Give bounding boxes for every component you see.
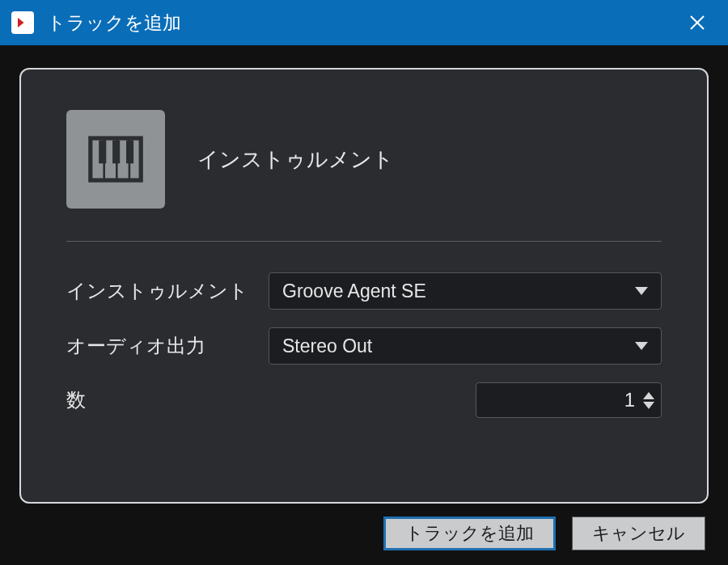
audio-output-dropdown[interactable]: Stereo Out xyxy=(269,327,662,365)
panel: インストゥルメント インストゥルメント Groove Agent SE オーディ… xyxy=(19,68,709,504)
titlebar: トラックを追加 xyxy=(0,0,728,45)
instrument-value: Groove Agent SE xyxy=(282,280,426,302)
divider xyxy=(66,241,662,242)
chevron-up-icon xyxy=(643,392,654,399)
app-icon xyxy=(11,11,34,34)
stepper-arrows[interactable] xyxy=(643,392,654,409)
instrument-label: インストゥルメント xyxy=(66,278,269,304)
panel-header: インストゥルメント xyxy=(66,110,662,241)
instrument-icon xyxy=(66,110,165,209)
field-audio-output: オーディオ出力 Stereo Out xyxy=(66,327,662,365)
panel-heading: インストゥルメント xyxy=(197,145,394,174)
count-label: 数 xyxy=(66,387,269,413)
window-title: トラックを追加 xyxy=(47,11,678,36)
dialog-footer: トラックを追加 キャンセル xyxy=(19,504,709,550)
field-instrument: インストゥルメント Groove Agent SE xyxy=(66,272,662,310)
svg-rect-9 xyxy=(126,141,133,164)
svg-rect-8 xyxy=(112,141,120,164)
field-count: 数 1 xyxy=(66,382,662,418)
svg-rect-7 xyxy=(99,141,106,164)
chevron-down-icon xyxy=(635,287,648,295)
chevron-down-icon xyxy=(635,342,648,350)
audio-output-label: オーディオ出力 xyxy=(66,333,269,359)
chevron-down-icon xyxy=(643,402,654,409)
add-track-button[interactable]: トラックを追加 xyxy=(383,517,556,550)
cancel-button[interactable]: キャンセル xyxy=(572,517,705,550)
instrument-dropdown[interactable]: Groove Agent SE xyxy=(269,272,662,310)
close-button[interactable] xyxy=(678,0,717,45)
audio-output-value: Stereo Out xyxy=(282,335,372,357)
count-value: 1 xyxy=(624,389,635,411)
close-icon xyxy=(688,13,707,32)
dialog-body: インストゥルメント インストゥルメント Groove Agent SE オーディ… xyxy=(0,45,728,565)
add-track-dialog: トラックを追加 xyxy=(0,0,728,565)
count-stepper[interactable]: 1 xyxy=(476,382,662,418)
